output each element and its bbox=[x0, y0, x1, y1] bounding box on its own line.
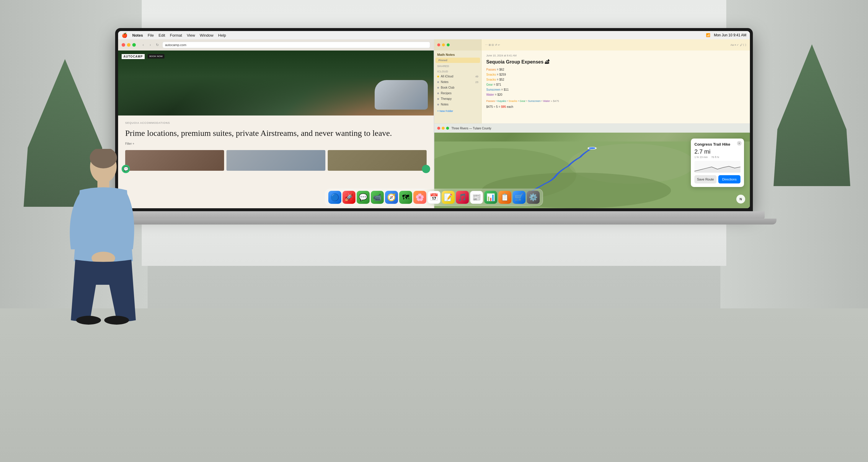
maps-icon: 🗺 bbox=[402, 193, 409, 201]
notes-title: Sequoia Group Expenses 🏕 bbox=[486, 59, 745, 65]
notes-recipes-item[interactable]: Recipes bbox=[434, 90, 481, 96]
notes-sidebar: Math Notes Pinned Shared iCloud All iClo… bbox=[434, 39, 482, 123]
notes-dot4-icon bbox=[437, 92, 439, 94]
dock: 🔵 🚀 💬 📹 🧭 🗺 bbox=[325, 189, 543, 206]
screen-content: ‹ › ↻ autocamp.com bbox=[118, 39, 750, 208]
dock-icon-appstore[interactable]: 🛒 bbox=[513, 191, 526, 204]
maps-close[interactable] bbox=[437, 127, 440, 130]
calendar-icon: 📅 bbox=[430, 193, 438, 201]
notes-minimize[interactable] bbox=[442, 44, 445, 47]
maps-maximize[interactable] bbox=[446, 127, 449, 130]
macbook-display: 🍎 Notes File Edit Format View Window Hel… bbox=[118, 31, 750, 208]
gallery-item-3 bbox=[328, 150, 427, 171]
notes-sidebar-titlebar bbox=[434, 39, 481, 51]
dock-icon-settings[interactable]: ⚙️ bbox=[527, 191, 540, 204]
dock-icon-messages[interactable]: 💬 bbox=[356, 191, 370, 204]
notes-dot-icon bbox=[437, 76, 439, 78]
notes-all-icloud-count: 49 bbox=[475, 75, 478, 78]
dock-icon-safari[interactable]: 🧭 bbox=[385, 191, 398, 204]
dock-icon-calendar[interactable]: 📅 bbox=[428, 191, 440, 204]
filter-link[interactable]: Filter + bbox=[125, 142, 427, 145]
dock-icon-music[interactable]: 🎵 bbox=[456, 191, 469, 204]
site-headline: Prime locations, premium suites, private… bbox=[125, 128, 427, 139]
notes-dot5-icon bbox=[437, 98, 439, 100]
minimize-button[interactable] bbox=[127, 43, 130, 47]
menubar-view[interactable]: View bbox=[187, 33, 195, 37]
dock-icon-maps[interactable]: 🗺 bbox=[399, 191, 412, 204]
notes-dot2-icon bbox=[437, 81, 439, 83]
address-bar[interactable]: autocamp.com bbox=[162, 42, 430, 48]
directions-button[interactable]: Directions bbox=[718, 175, 740, 183]
notes-bookclub-item[interactable]: Book Club bbox=[434, 85, 481, 90]
hike-distance: 2.7 mi bbox=[694, 148, 740, 155]
menubar: 🍎 Notes File Edit Format View Window Hel… bbox=[118, 31, 750, 39]
menubar-help[interactable]: Help bbox=[218, 33, 226, 37]
notes-notes-count: 23 bbox=[475, 81, 478, 84]
dock-icon-news[interactable]: 📰 bbox=[470, 191, 483, 204]
dock-icon-notes[interactable]: 📝 bbox=[442, 191, 455, 204]
hike-close-button[interactable]: × bbox=[737, 141, 742, 146]
dock-icon-numbers[interactable]: 📊 bbox=[484, 191, 497, 204]
keynote-icon: 📋 bbox=[500, 193, 509, 201]
messages-icon: 💬 bbox=[359, 193, 368, 201]
notes-total: $475 ÷ 5 = $95 each bbox=[486, 105, 745, 108]
menubar-window[interactable]: Window bbox=[200, 33, 213, 37]
notes-notes-item[interactable]: Notes 23 bbox=[434, 79, 481, 85]
menubar-app-name[interactable]: Notes bbox=[132, 33, 143, 37]
news-icon: 📰 bbox=[472, 193, 481, 201]
notes-sidebar-title: Math Notes bbox=[434, 51, 481, 58]
notes-new-folder-btn[interactable]: + New Folder bbox=[434, 108, 481, 114]
notes-toolbar-right: Aa ≡ ✓ 🖊 ⟨ ⟩ bbox=[731, 44, 746, 47]
dock-icon-facetime[interactable]: 📹 bbox=[371, 191, 384, 204]
menubar-datetime: Mon Jun 10 9:41 AM bbox=[714, 33, 746, 37]
notes-pinned-label: Pinned bbox=[438, 59, 447, 62]
reload-button[interactable]: ↻ bbox=[155, 42, 160, 48]
menubar-file[interactable]: File bbox=[148, 33, 154, 37]
snacks2-label: Snacks bbox=[486, 78, 496, 81]
passes-label: Passes bbox=[486, 68, 496, 71]
dock-icon-keynote[interactable]: 📋 bbox=[498, 191, 512, 204]
launchpad-icon: 🚀 bbox=[345, 193, 353, 201]
maximize-button[interactable] bbox=[132, 43, 136, 47]
forward-button[interactable]: › bbox=[148, 42, 153, 48]
site-gallery bbox=[125, 150, 427, 171]
menubar-edit[interactable]: Edit bbox=[159, 33, 165, 37]
notes-line-snacks2: Snacks = $52 bbox=[486, 78, 745, 82]
snacks-label: Snacks bbox=[486, 73, 496, 76]
menubar-format[interactable]: Format bbox=[170, 33, 182, 37]
dock-icon-photos[interactable]: 🌸 bbox=[413, 191, 426, 204]
notes-close[interactable] bbox=[437, 44, 440, 47]
notes-maximize[interactable] bbox=[447, 44, 450, 47]
book-now-button[interactable]: BOOK NOW bbox=[148, 54, 164, 58]
browser-body: AUTOCAMP BOOK NOW SEQUOIA ACCOMMODATIONS… bbox=[118, 51, 434, 177]
photos-icon: 🌸 bbox=[415, 193, 424, 201]
macbook: 🍎 Notes File Edit Format View Window Hel… bbox=[115, 28, 753, 235]
maps-minimize[interactable] bbox=[442, 127, 445, 130]
notes-line-snacks: Snacks = $259 bbox=[486, 73, 745, 77]
autocamp-logo: AUTOCAMP bbox=[122, 54, 145, 59]
notes-therapy-item[interactable]: Therapy bbox=[434, 96, 481, 102]
svg-point-4 bbox=[76, 316, 101, 325]
safari-icon: 🧭 bbox=[387, 193, 396, 201]
browser-traffic-lights bbox=[122, 43, 136, 47]
site-breadcrumb: SEQUOIA ACCOMMODATIONS bbox=[125, 121, 427, 124]
svg-point-5 bbox=[104, 316, 129, 325]
macbook-screen: 🍎 Notes File Edit Format View Window Hel… bbox=[115, 28, 753, 211]
notes-icon: 📝 bbox=[444, 193, 453, 201]
notes-toolbar-icons: ⋯ ⊞ ⊟ ↺ ↩ bbox=[485, 44, 500, 47]
dock-icon-launchpad[interactable]: 🚀 bbox=[342, 191, 355, 204]
notes-line-passes: Passes = $62 bbox=[486, 68, 745, 72]
notes-notes2-label: Notes bbox=[441, 103, 448, 106]
apple-menu[interactable]: 🍎 bbox=[122, 32, 128, 38]
notes-line-water: Water = $20 bbox=[486, 93, 745, 97]
close-button[interactable] bbox=[122, 43, 125, 47]
gallery-item-2 bbox=[226, 150, 326, 171]
notes-notes2-item[interactable]: Notes bbox=[434, 102, 481, 107]
notes-all-icloud[interactable]: All iCloud 49 bbox=[434, 74, 481, 79]
browser-content: SEQUOIA ACCOMMODATIONS Prime locations, … bbox=[118, 115, 434, 177]
save-route-button[interactable]: Save Route bbox=[694, 175, 717, 183]
back-button[interactable]: ‹ bbox=[141, 42, 146, 48]
dock-icon-finder[interactable]: 🔵 bbox=[328, 191, 341, 204]
browser-window: ‹ › ↻ autocamp.com bbox=[118, 39, 434, 208]
elevation-chart bbox=[694, 161, 740, 173]
